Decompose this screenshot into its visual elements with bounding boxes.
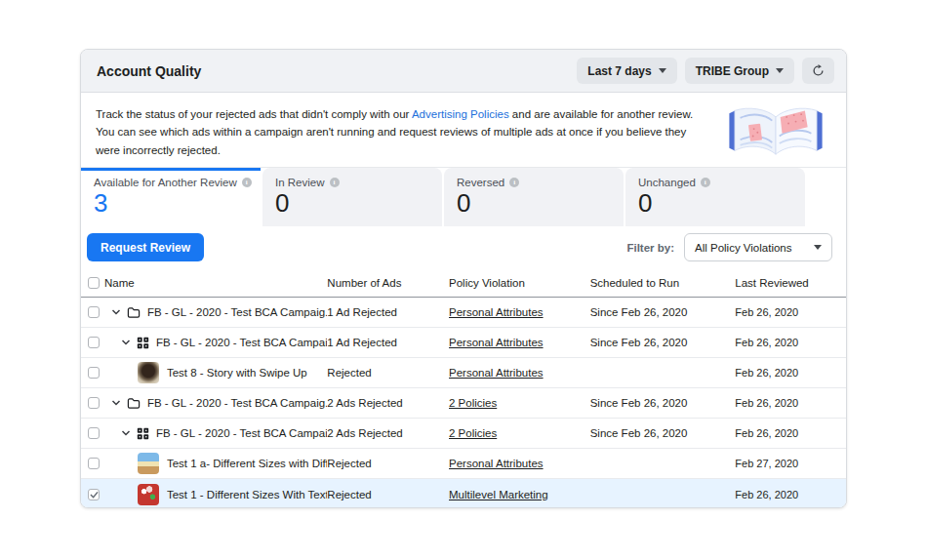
policy-violation-link[interactable]: 2 Policies (449, 397, 497, 409)
policy-violation-filter-dropdown[interactable]: All Policy Violations (684, 233, 832, 261)
chevron-down-icon[interactable] (121, 428, 131, 438)
description-text: Track the status of your rejected ads th… (96, 105, 700, 159)
table-header: Name Number of Ads Policy Violation Sche… (81, 268, 846, 298)
account-label: TRIBE Group (696, 64, 769, 78)
page-title: Account Quality (97, 63, 201, 79)
adset-grid-icon (137, 337, 149, 349)
adset-grid-icon (137, 427, 149, 440)
column-policy-violation: Policy Violation (449, 277, 590, 289)
tab-in-review[interactable]: In Reviewi 0 (262, 168, 442, 226)
row-name: Test 1 - Different Sizes With Text R... (167, 489, 327, 500)
row-ads-count: 2 Ads Rejected (327, 397, 449, 409)
table-row[interactable]: FB - GL - 2020 - Test BCA Campaig... 2 A… (81, 388, 846, 419)
row-scheduled: Since Feb 26, 2020 (590, 306, 726, 318)
ad-thumbnail (138, 484, 159, 505)
refresh-icon (811, 63, 826, 78)
row-scheduled: Since Feb 26, 2020 (590, 337, 726, 348)
policy-violation-link[interactable]: Multilevel Marketing (449, 489, 548, 500)
campaign-folder-icon (127, 397, 141, 410)
policy-violation-link[interactable]: Personal Attributes (449, 367, 544, 379)
tab-available-for-another-review[interactable]: Available for Another Reviewi 3 (81, 168, 261, 226)
tab-count: 0 (638, 189, 805, 219)
row-last-reviewed: Feb 26, 2020 (725, 306, 846, 318)
open-book-illustration (721, 101, 830, 162)
row-checkbox[interactable] (88, 397, 100, 409)
column-name: Name (104, 277, 327, 289)
ad-thumbnail (138, 453, 159, 474)
chevron-down-icon (814, 245, 822, 250)
row-checkbox[interactable] (88, 427, 100, 439)
tab-unchanged[interactable]: Unchangedi 0 (625, 168, 805, 226)
panel-header: Account Quality Last 7 days TRIBE Group (81, 50, 846, 93)
table-toolbar: Request Review Filter by: All Policy Vio… (81, 226, 846, 268)
row-ads-count: Rejected (327, 367, 449, 379)
ad-thumbnail (138, 362, 159, 383)
column-scheduled-to-run: Scheduled to Run (590, 277, 726, 289)
policy-violation-link[interactable]: Personal Attributes (449, 337, 544, 348)
row-name: Test 1 a- Different Sizes with Differ... (167, 458, 327, 469)
row-scheduled: Since Feb 26, 2020 (590, 397, 726, 409)
row-last-reviewed: Feb 26, 2020 (725, 489, 846, 500)
description-section: Track the status of your rejected ads th… (81, 93, 846, 168)
table-row[interactable]: FB - GL - 2020 - Test BCA Campaig... 2 A… (81, 419, 846, 449)
row-ads-count: 1 Ad Rejected (327, 306, 449, 318)
row-checkbox-checked[interactable] (88, 489, 100, 500)
row-ads-count: 1 Ad Rejected (327, 337, 449, 348)
row-ads-count: 2 Ads Rejected (327, 427, 449, 439)
tab-count: 3 (94, 189, 261, 219)
refresh-button[interactable] (802, 58, 834, 84)
row-last-reviewed: Feb 26, 2020 (725, 337, 846, 348)
date-range-dropdown[interactable]: Last 7 days (577, 58, 676, 84)
column-number-of-ads: Number of Ads (327, 277, 449, 289)
policy-violation-link[interactable]: Personal Attributes (449, 458, 544, 469)
info-icon[interactable]: i (242, 178, 252, 187)
chevron-down-icon (776, 68, 784, 73)
info-icon[interactable]: i (509, 178, 519, 187)
row-scheduled: Since Feb 26, 2020 (590, 427, 726, 439)
table-row[interactable]: Test 8 - Story with Swipe Up Rejected Pe… (81, 358, 846, 388)
row-name: FB - GL - 2020 - Test BCA Campaig... (147, 397, 327, 409)
tab-count: 0 (275, 189, 442, 219)
row-last-reviewed: Feb 26, 2020 (725, 367, 846, 379)
info-icon[interactable]: i (330, 178, 340, 187)
select-all-checkbox[interactable] (88, 277, 100, 289)
chevron-down-icon[interactable] (111, 307, 121, 317)
tab-reversed[interactable]: Reversedi 0 (444, 168, 624, 226)
row-ads-count: Rejected (327, 458, 449, 469)
campaign-folder-icon (127, 306, 141, 319)
account-dropdown[interactable]: TRIBE Group (685, 58, 794, 84)
request-review-button[interactable]: Request Review (87, 233, 204, 261)
row-last-reviewed: Feb 27, 2020 (725, 458, 846, 469)
date-range-label: Last 7 days (587, 64, 651, 78)
chevron-down-icon (659, 68, 666, 73)
row-checkbox[interactable] (88, 458, 100, 469)
column-last-reviewed: Last Reviewed (725, 277, 846, 289)
chevron-down-icon[interactable] (111, 398, 121, 408)
chevron-down-icon[interactable] (121, 338, 131, 347)
table-row[interactable]: FB - GL - 2020 - Test BCA Campaig... 1 A… (81, 298, 846, 328)
row-last-reviewed: Feb 26, 2020 (725, 427, 846, 439)
row-checkbox[interactable] (88, 306, 100, 318)
filter-selected-value: All Policy Violations (695, 242, 792, 254)
row-ads-count: Rejected (327, 489, 449, 500)
row-name: FB - GL - 2020 - Test BCA Campaig... (156, 427, 327, 439)
info-icon[interactable]: i (701, 178, 710, 187)
policy-violation-link[interactable]: 2 Policies (449, 427, 497, 439)
tab-count: 0 (457, 189, 624, 219)
status-tabs: Available for Another Reviewi 3 In Revie… (81, 168, 846, 226)
row-name: FB - GL - 2020 - Test BCA Campaig... (156, 337, 327, 348)
row-name: FB - GL - 2020 - Test BCA Campaig... (147, 306, 327, 318)
row-checkbox[interactable] (88, 367, 100, 379)
row-last-reviewed: Feb 26, 2020 (725, 397, 846, 409)
advertising-policies-link[interactable]: Advertising Policies (412, 108, 509, 120)
policy-violation-link[interactable]: Personal Attributes (449, 306, 544, 318)
account-quality-panel: Account Quality Last 7 days TRIBE Group … (80, 49, 847, 508)
table-row[interactable]: FB - GL - 2020 - Test BCA Campaig... 1 A… (81, 328, 846, 358)
filter-by-label: Filter by: (626, 242, 674, 254)
table-row[interactable]: Test 1 a- Different Sizes with Differ...… (81, 449, 846, 479)
table-row[interactable]: Test 1 - Different Sizes With Text R... … (81, 479, 846, 508)
row-name: Test 8 - Story with Swipe Up (167, 367, 307, 379)
row-checkbox[interactable] (88, 337, 100, 348)
